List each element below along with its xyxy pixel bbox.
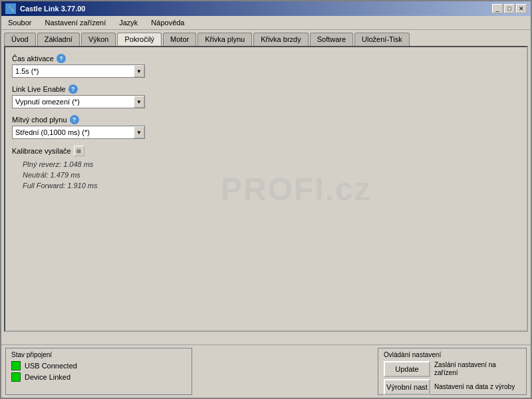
title-bar-left: 🔧 Castle Link 3.77.00 xyxy=(5,3,85,14)
label-row-cas-aktivace: Čas aktivace ? xyxy=(12,54,520,63)
select-arrow-link-live[interactable]: ▼ xyxy=(134,96,144,108)
select-cas-aktivace[interactable]: 1.5s (*) ▼ xyxy=(12,65,145,78)
kalibrace-value-2: Full Forward: 1.910 ms xyxy=(23,180,520,191)
status-item-device: Device Linked xyxy=(11,372,186,382)
menu-nastaveni[interactable]: Nastavení zařízení xyxy=(41,17,110,28)
tab-bar: Úvod Základní Výkon Pokročilý Motor Křiv… xyxy=(1,30,531,46)
kalibrace-value-0: Plný reverz: 1.048 ms xyxy=(23,159,520,170)
menu-bar: Soubor Nastavení zařízení Jazyk Nápověda xyxy=(1,16,531,30)
select-text-link-live: Vypnutí omezení (*) xyxy=(13,96,134,108)
led-usb xyxy=(11,361,21,370)
update-description: Zaslání nastavení na zařízení xyxy=(434,361,521,377)
help-icon-cas-aktivace[interactable]: ? xyxy=(57,54,66,63)
title-bar: 🔧 Castle Link 3.77.00 _ □ ✕ xyxy=(1,1,531,16)
kalibrace-label: Kalibrace vysílače xyxy=(12,147,71,155)
menu-jazyk[interactable]: Jazyk xyxy=(115,17,142,28)
select-text-mrtvy-chod: Střední (0,1000 ms) (*) xyxy=(13,126,134,138)
help-icon-link-live[interactable]: ? xyxy=(68,84,78,94)
tab-ulozeni-tisk[interactable]: Uložení-Tisk xyxy=(354,33,410,46)
kalibrace-value-1: Neutrál: 1.479 ms xyxy=(23,170,520,180)
control-panel: Update Výrobní nast Zaslání nastavení na… xyxy=(384,361,521,395)
title-bar-buttons: _ □ ✕ xyxy=(492,4,527,13)
close-button[interactable]: ✕ xyxy=(516,4,527,13)
app-icon: 🔧 xyxy=(5,3,16,14)
tab-pokrocily[interactable]: Pokročilý xyxy=(117,33,162,46)
form-group-link-live: Link Live Enable ? Vypnutí omezení (*) ▼ xyxy=(12,84,520,108)
main-window: 🔧 Castle Link 3.77.00 _ □ ✕ Soubor Nasta… xyxy=(0,0,532,399)
form-group-cas-aktivace: Čas aktivace ? 1.5s (*) ▼ xyxy=(12,54,520,78)
update-button[interactable]: Update xyxy=(384,361,430,377)
kalibrace-values: Plný reverz: 1.048 ms Neutrál: 1.479 ms … xyxy=(23,159,520,191)
tab-motor[interactable]: Motor xyxy=(163,33,196,46)
status-item-usb: USB Connected xyxy=(11,361,186,370)
select-link-live[interactable]: Vypnutí omezení (*) ▼ xyxy=(12,95,145,108)
content-area: PROFI.cz Čas aktivace ? 1.5s (*) ▼ Link … xyxy=(4,46,528,332)
label-cas-aktivace: Čas aktivace xyxy=(12,55,54,63)
tab-uvod[interactable]: Úvod xyxy=(4,33,36,46)
control-descriptions: Zaslání nastavení na zařízení Nastavení … xyxy=(434,361,521,395)
help-icon-mrtvy-chod[interactable]: ? xyxy=(70,115,79,124)
kalibrace-header: Kalibrace vysílače ⊟ xyxy=(12,146,520,156)
tab-vykon[interactable]: Výkon xyxy=(81,33,116,46)
minimize-button[interactable]: _ xyxy=(492,4,503,13)
label-row-mrtvy-chod: Mìtvý chod plynu ? xyxy=(12,115,520,124)
label-link-live: Link Live Enable xyxy=(12,85,66,93)
status-connection: Stav připojení USB Connected Device Link… xyxy=(5,348,192,395)
status-text-usb: USB Connected xyxy=(25,362,77,370)
vyrobni-nast-button[interactable]: Výrobní nast xyxy=(384,379,430,395)
status-spacer xyxy=(198,348,372,395)
select-arrow-mrtvy-chod[interactable]: ▼ xyxy=(134,126,144,138)
tab-software[interactable]: Software xyxy=(310,33,353,46)
control-buttons: Update Výrobní nast xyxy=(384,361,430,395)
select-text-cas-aktivace: 1.5s (*) xyxy=(13,65,134,77)
menu-soubor[interactable]: Soubor xyxy=(4,17,35,28)
select-arrow-cas-aktivace[interactable]: ▼ xyxy=(134,65,144,77)
menu-napoveda[interactable]: Nápověda xyxy=(147,17,188,28)
split-icon[interactable]: ⊟ xyxy=(74,146,84,156)
led-device xyxy=(11,372,21,382)
status-bar: Stav připojení USB Connected Device Link… xyxy=(1,344,531,398)
vyrobni-description: Nastavení na data z výroby xyxy=(434,379,521,395)
label-row-link-live: Link Live Enable ? xyxy=(12,84,520,94)
tab-zakladni[interactable]: Základní xyxy=(37,33,80,46)
label-mrtvy-chod: Mìtvý chod plynu xyxy=(12,116,67,124)
select-mrtvy-chod[interactable]: Střední (0,1000 ms) (*) ▼ xyxy=(12,126,145,139)
status-connection-title: Stav připojení xyxy=(11,351,186,358)
status-control-inner: Ovládání nastavení Update Výrobní nast Z… xyxy=(384,351,521,392)
status-text-device: Device Linked xyxy=(25,373,70,381)
tab-krivka-plynu[interactable]: Křivka plynu xyxy=(198,33,252,46)
status-control: Ovládání nastavení Update Výrobní nast Z… xyxy=(378,348,527,395)
tab-krivka-brzdy[interactable]: Křivka brzdy xyxy=(253,33,309,46)
form-group-mrtvy-chod: Mìtvý chod plynu ? Střední (0,1000 ms) (… xyxy=(12,115,520,139)
window-title: Castle Link 3.77.00 xyxy=(20,5,85,13)
status-control-title: Ovládání nastavení xyxy=(384,351,521,358)
maximize-button[interactable]: □ xyxy=(504,4,515,13)
kalibrace-section: Kalibrace vysílače ⊟ Plný reverz: 1.048 … xyxy=(12,146,520,191)
